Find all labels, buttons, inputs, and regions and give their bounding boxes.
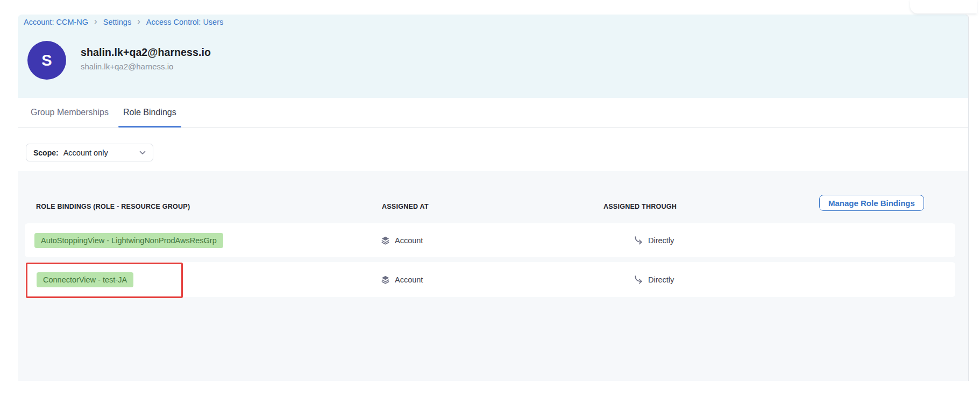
chevron-down-icon [139,151,146,155]
main-panel: Account: CCM-NG › Settings › Access Cont… [18,15,968,381]
layers-icon [381,275,390,284]
manage-role-bindings-button[interactable]: Manage Role Bindings [819,195,924,211]
tab-group-memberships[interactable]: Group Memberships [26,98,113,127]
user-header: Account: CCM-NG › Settings › Access Cont… [18,15,968,98]
table-row: ConnectorView - test-JA Account [25,262,955,297]
assigned-at-cell: Account [381,275,423,284]
breadcrumb-settings-link[interactable]: Settings [103,18,131,26]
chevron-right-icon: › [137,17,140,26]
user-identity: shalin.lk+qa2@harness.io shalin.lk+qa2@h… [81,46,211,71]
column-header-assigned-at: ASSIGNED AT [382,203,429,210]
breadcrumb: Account: CCM-NG › Settings › Access Cont… [24,17,223,26]
scope-label: Scope: [33,148,59,157]
page-title: shalin.lk+qa2@harness.io [81,46,211,59]
scope-filter-dropdown[interactable]: Scope: Account only [26,144,153,161]
column-header-assigned-through: ASSIGNED THROUGH [603,203,677,210]
role-bindings-table: ROLE BINDINGS (ROLE - RESOURCE GROUP) AS… [18,171,968,381]
assigned-at-value: Account [395,275,423,284]
column-header-role-bindings: ROLE BINDINGS (ROLE - RESOURCE GROUP) [36,203,190,210]
top-right-widget [910,0,977,13]
user-email: shalin.lk+qa2@harness.io [81,62,211,71]
arrow-branch-icon [634,236,643,245]
arrow-branch-icon [634,275,643,284]
role-binding-badge: ConnectorView - test-JA [37,272,133,287]
assigned-at-cell: Account [381,236,423,245]
avatar-initial: S [41,52,52,69]
assigned-through-value: Directly [648,275,674,284]
avatar: S [27,41,66,80]
assigned-through-cell: Directly [634,275,674,284]
assigned-at-value: Account [395,236,423,245]
assigned-through-value: Directly [648,236,674,245]
scope-section: Scope: Account only [18,128,968,172]
chevron-right-icon: › [94,17,97,26]
tab-bar: Group Memberships Role Bindings [18,98,968,128]
breadcrumb-access-control-users-link[interactable]: Access Control: Users [146,18,223,26]
table-row: AutoStoppingView - LightwingNonProdAwsRe… [25,223,955,257]
assigned-through-cell: Directly [634,236,674,245]
scope-value: Account only [63,148,108,157]
breadcrumb-account-link[interactable]: Account: CCM-NG [24,18,88,26]
role-binding-badge: AutoStoppingView - LightwingNonProdAwsRe… [34,233,223,248]
tab-role-bindings[interactable]: Role Bindings [118,98,181,127]
layers-icon [381,236,390,245]
